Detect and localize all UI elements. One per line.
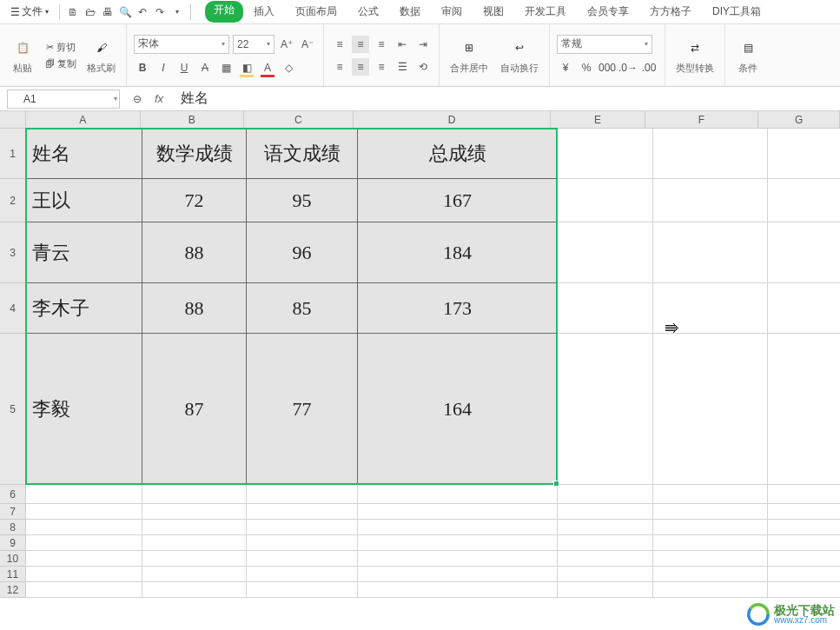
cell-A6[interactable]	[26, 485, 142, 504]
cell-A3[interactable]: 青云	[26, 222, 142, 283]
type-convert-button[interactable]: ⇄ 类型转换	[672, 34, 718, 76]
cell-C7[interactable]	[247, 504, 358, 520]
tab-member[interactable]: 会员专享	[577, 1, 639, 23]
distribute-icon[interactable]: ☰	[394, 58, 411, 76]
cell-G1[interactable]	[768, 129, 840, 179]
align-left-icon[interactable]: ≡	[331, 58, 348, 76]
decrease-decimal-icon[interactable]: .00	[640, 59, 658, 76]
cell-A9[interactable]	[26, 535, 142, 551]
tab-dev-tools[interactable]: 开发工具	[514, 1, 577, 23]
chevron-down-icon[interactable]: ▾	[169, 4, 185, 20]
col-header-F[interactable]: F	[645, 111, 758, 129]
cell-E8[interactable]	[558, 520, 653, 535]
cell-E9[interactable]	[558, 535, 653, 551]
cell-D2[interactable]: 167	[358, 179, 558, 222]
col-header-E[interactable]: E	[551, 111, 645, 129]
cell-G10[interactable]	[768, 551, 840, 567]
number-format-select[interactable]: 常规 ▾	[557, 35, 652, 54]
fill-color-icon[interactable]: ◧	[238, 59, 255, 76]
cell-A7[interactable]	[26, 504, 142, 520]
align-bottom-icon[interactable]: ≡	[373, 36, 390, 53]
row-header-3[interactable]: 3	[0, 222, 26, 283]
font-color-icon[interactable]: A	[259, 59, 276, 76]
align-right-icon[interactable]: ≡	[373, 58, 390, 76]
tab-review[interactable]: 审阅	[431, 1, 473, 23]
merge-center-button[interactable]: ⊞ 合并居中	[446, 34, 492, 76]
align-center-icon[interactable]: ≡	[352, 58, 369, 76]
border-icon[interactable]: ▦	[217, 59, 235, 76]
cell-D3[interactable]: 184	[358, 222, 558, 283]
clear-format-icon[interactable]: ◇	[280, 59, 297, 76]
cell-E6[interactable]	[558, 485, 653, 504]
cell-B12[interactable]	[142, 582, 247, 598]
cell-F3[interactable]	[653, 222, 768, 283]
cell-G7[interactable]	[768, 504, 840, 520]
col-header-D[interactable]: D	[354, 111, 551, 129]
cell-E1[interactable]	[558, 129, 653, 179]
cell-D12[interactable]	[358, 582, 558, 598]
cell-G6[interactable]	[768, 485, 840, 504]
cell-C6[interactable]	[247, 485, 358, 504]
row-header-4[interactable]: 4	[0, 283, 26, 334]
decrease-font-icon[interactable]: A⁻	[299, 36, 316, 53]
row-header-6[interactable]: 6	[0, 485, 26, 504]
comma-icon[interactable]: 000	[599, 59, 616, 76]
print-icon[interactable]: 🖶	[100, 4, 116, 20]
cell-D8[interactable]	[358, 520, 558, 535]
cell-G3[interactable]	[768, 222, 840, 283]
cell-B3[interactable]: 88	[142, 222, 247, 283]
cell-B7[interactable]	[142, 504, 247, 520]
paste-button[interactable]: 📋 粘贴	[7, 34, 38, 76]
bold-icon[interactable]: B	[134, 59, 151, 76]
cell-D5[interactable]: 164	[358, 334, 558, 485]
col-header-B[interactable]: B	[141, 111, 244, 129]
cell-F2[interactable]	[653, 179, 768, 222]
cell-E11[interactable]	[558, 567, 653, 582]
cell-A4[interactable]: 李木子	[26, 283, 142, 334]
align-middle-icon[interactable]: ≡	[352, 36, 369, 53]
orientation-icon[interactable]: ⟲	[414, 58, 432, 76]
cell-C12[interactable]	[247, 582, 358, 598]
increase-font-icon[interactable]: A⁺	[278, 36, 295, 53]
cell-B5[interactable]: 87	[142, 334, 247, 485]
cell-C11[interactable]	[247, 567, 358, 582]
underline-icon[interactable]: U	[175, 59, 193, 76]
cell-C5[interactable]: 77	[247, 334, 358, 485]
cell-E3[interactable]	[558, 222, 653, 283]
tab-fangfang[interactable]: 方方格子	[639, 1, 702, 23]
cell-C3[interactable]: 96	[247, 222, 358, 283]
cell-G2[interactable]	[768, 179, 840, 222]
cells-area[interactable]: 姓名 数学成绩 语文成绩 总成绩 王以 72 95 167 青云	[26, 129, 840, 598]
cell-F12[interactable]	[653, 582, 768, 598]
cell-G8[interactable]	[768, 520, 840, 535]
cell-D6[interactable]	[358, 485, 558, 504]
decrease-indent-icon[interactable]: ⇤	[394, 36, 411, 53]
cell-A10[interactable]	[26, 551, 142, 567]
cell-B10[interactable]	[142, 551, 247, 567]
tab-formula[interactable]: 公式	[347, 1, 389, 23]
tab-diy[interactable]: DIY工具箱	[702, 1, 771, 23]
cut-button[interactable]: ✂ 剪切	[44, 40, 77, 55]
cell-C4[interactable]: 85	[247, 283, 358, 334]
cell-E4[interactable]	[558, 283, 653, 334]
row-header-1[interactable]: 1	[0, 129, 26, 179]
cell-F1[interactable]	[653, 129, 768, 179]
formula-input[interactable]: 姓名	[172, 90, 833, 108]
wrap-text-button[interactable]: ↩ 自动换行	[497, 34, 542, 76]
cell-E5[interactable]	[558, 334, 653, 485]
row-header-5[interactable]: 5	[0, 334, 26, 485]
cell-G11[interactable]	[768, 567, 840, 582]
cell-G4[interactable]	[768, 283, 840, 334]
undo-icon[interactable]: ↶	[135, 4, 150, 20]
open-doc-icon[interactable]: 🗁	[83, 4, 98, 20]
cell-A5[interactable]: 李毅	[26, 334, 142, 485]
italic-icon[interactable]: I	[155, 59, 172, 76]
new-doc-icon[interactable]: 🗎	[65, 4, 81, 20]
cell-A8[interactable]	[26, 520, 142, 535]
cell-D11[interactable]	[358, 567, 558, 582]
cell-G12[interactable]	[768, 582, 840, 598]
row-header-8[interactable]: 8	[0, 520, 26, 535]
tab-view[interactable]: 视图	[473, 1, 514, 23]
print-preview-icon[interactable]: 🔍	[117, 4, 133, 20]
increase-indent-icon[interactable]: ⇥	[414, 36, 432, 53]
